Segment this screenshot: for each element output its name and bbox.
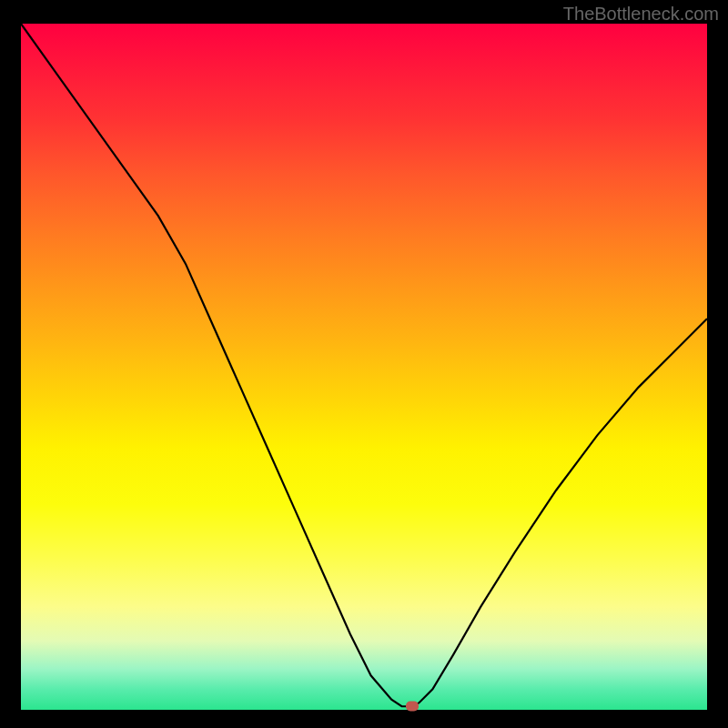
watermark-text: TheBottleneck.com xyxy=(563,4,719,25)
optimal-point-marker xyxy=(406,702,419,712)
chart-plot-area xyxy=(21,24,707,710)
bottleneck-curve xyxy=(21,24,707,710)
